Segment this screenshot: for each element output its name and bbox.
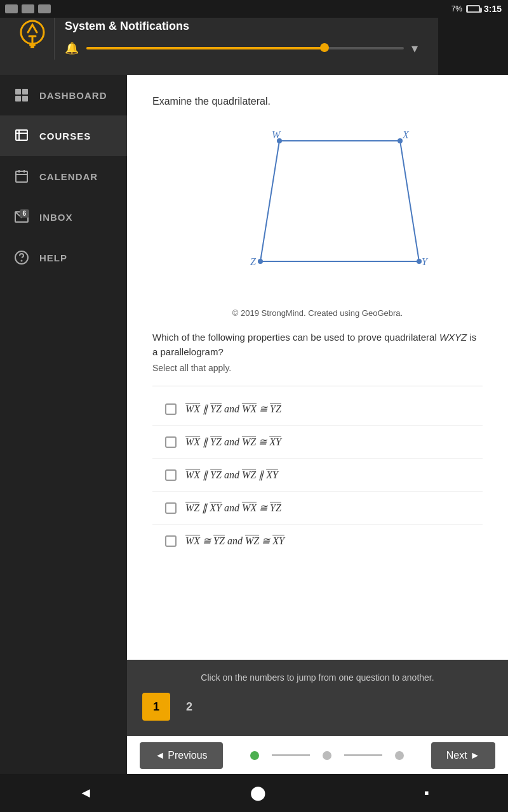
- question-text: Which of the following properties can be…: [152, 331, 483, 359]
- checkbox-2[interactable]: [165, 436, 177, 448]
- svg-rect-4: [22, 89, 28, 95]
- sidebar-item-courses[interactable]: COURSES: [0, 115, 127, 156]
- checkbox-1[interactable]: [165, 403, 177, 415]
- help-icon: [13, 249, 30, 266]
- page-2-button[interactable]: 2: [175, 693, 203, 721]
- home-button[interactable]: ⬤: [250, 785, 266, 801]
- inbox-badge: 6: [20, 209, 29, 218]
- mail-icon: [5, 4, 18, 13]
- sidebar: DASHBOARD COURSES CALENDAR: [0, 75, 127, 812]
- dashboard-icon: [13, 86, 30, 104]
- examine-text: Examine the quadrilateral.: [152, 94, 483, 109]
- progress-dot-2: [323, 751, 331, 760]
- svg-point-23: [398, 138, 403, 143]
- divider: [152, 386, 483, 386]
- svg-text:X: X: [402, 129, 410, 140]
- checkbox-5[interactable]: [165, 535, 177, 547]
- dashboard-label: DASHBOARD: [39, 90, 107, 101]
- alert-icon: [22, 4, 34, 13]
- svg-text:Y: Y: [422, 256, 429, 267]
- clock: 3:15: [484, 4, 502, 14]
- page-1-button[interactable]: 1: [142, 693, 170, 721]
- status-bar: 7% 3:15: [0, 0, 508, 18]
- calendar-icon: [13, 167, 30, 185]
- sidebar-item-dashboard[interactable]: DASHBOARD: [0, 75, 127, 115]
- courses-label: COURSES: [39, 131, 91, 141]
- status-icons-left: [0, 4, 51, 13]
- checkbox-4[interactable]: [165, 502, 177, 514]
- bell-icon[interactable]: 🔔: [65, 41, 79, 55]
- svg-rect-10: [16, 171, 27, 182]
- notif-controls: 🔔 ▾: [65, 41, 418, 56]
- slider-thumb: [320, 43, 329, 52]
- app-logo: [10, 15, 55, 60]
- checkbox-3[interactable]: [165, 469, 177, 481]
- answer-option-2[interactable]: WX ∥ YZ and WZ ≅ XY: [152, 426, 483, 459]
- battery-level: 7%: [451, 4, 462, 13]
- svg-rect-6: [22, 96, 28, 102]
- svg-point-16: [22, 261, 22, 261]
- svg-rect-3: [15, 89, 21, 95]
- svg-text:Z: Z: [250, 256, 257, 267]
- diagram-container: W X Y Z: [152, 122, 483, 302]
- answer-text-5: WX ≅ YZ and WZ ≅ XY: [185, 535, 284, 547]
- progress-dots: [250, 751, 404, 760]
- answer-option-4[interactable]: WZ ∥ XY and WX ≅ YZ: [152, 492, 483, 525]
- answer-text-3: WX ∥ YZ and WZ ∥ XY: [185, 469, 278, 481]
- progress-line-2: [344, 754, 382, 756]
- svg-rect-7: [16, 130, 27, 140]
- progress-dot-3: [395, 751, 404, 760]
- help-label: HELP: [39, 252, 67, 263]
- svg-point-25: [258, 259, 263, 264]
- courses-icon: [13, 127, 30, 145]
- answer-option-1[interactable]: WX ∥ YZ and WX ≅ YZ: [152, 393, 483, 426]
- status-right: 7% 3:15: [451, 4, 502, 14]
- inbox-label: INBOX: [39, 212, 73, 223]
- progress-line-1: [272, 754, 310, 756]
- inbox-icon-wrap: 6: [13, 208, 30, 226]
- sidebar-item-help[interactable]: HELP: [0, 237, 127, 278]
- quadrilateral-diagram: W X Y Z: [203, 122, 432, 299]
- select-all-text: Select all that apply.: [152, 363, 483, 373]
- settings-icon: [38, 4, 51, 13]
- jump-text: Click on the numbers to jump from one qu…: [127, 660, 508, 683]
- progress-dot-1: [250, 751, 259, 760]
- answer-option-3[interactable]: WX ∥ YZ and WZ ∥ XY: [152, 459, 483, 492]
- chevron-down-icon[interactable]: ▾: [411, 41, 418, 56]
- svg-marker-17: [260, 141, 419, 261]
- recents-button[interactable]: ▪: [424, 785, 429, 801]
- next-button[interactable]: Next ►: [431, 742, 495, 769]
- svg-rect-5: [15, 96, 21, 102]
- page-numbers: 1 2: [127, 693, 508, 721]
- answer-text-4: WZ ∥ XY and WX ≅ YZ: [185, 502, 281, 514]
- answer-option-5[interactable]: WX ≅ YZ and WZ ≅ XY: [152, 525, 483, 557]
- battery-icon: [466, 5, 480, 13]
- previous-button[interactable]: ◄ Previous: [140, 742, 223, 769]
- pagination-bar: ◄ Previous Next ►: [127, 736, 508, 774]
- svg-rect-2: [30, 46, 34, 48]
- bottom-nav: ◄ ⬤ ▪: [0, 774, 508, 812]
- sidebar-item-calendar[interactable]: CALENDAR: [0, 156, 127, 197]
- answer-text-2: WX ∥ YZ and WZ ≅ XY: [185, 436, 281, 448]
- answer-options: WX ∥ YZ and WX ≅ YZ WX ∥ YZ and WZ ≅ XY …: [152, 393, 483, 557]
- notif-title: System & Notifications: [65, 20, 418, 33]
- brightness-slider[interactable]: [86, 47, 404, 49]
- sidebar-item-inbox[interactable]: 6 INBOX: [0, 197, 127, 237]
- slider-fill: [86, 47, 324, 49]
- svg-rect-1: [29, 44, 36, 46]
- svg-point-24: [417, 259, 422, 264]
- answer-text-1: WX ∥ YZ and WX ≅ YZ: [185, 403, 281, 415]
- svg-point-22: [277, 138, 282, 143]
- back-button[interactable]: ◄: [79, 785, 93, 801]
- notif-content: System & Notifications 🔔 ▾: [55, 20, 428, 56]
- calendar-label: CALENDAR: [39, 171, 98, 182]
- diagram-caption: © 2019 StrongMind. Created using GeoGebr…: [152, 308, 483, 318]
